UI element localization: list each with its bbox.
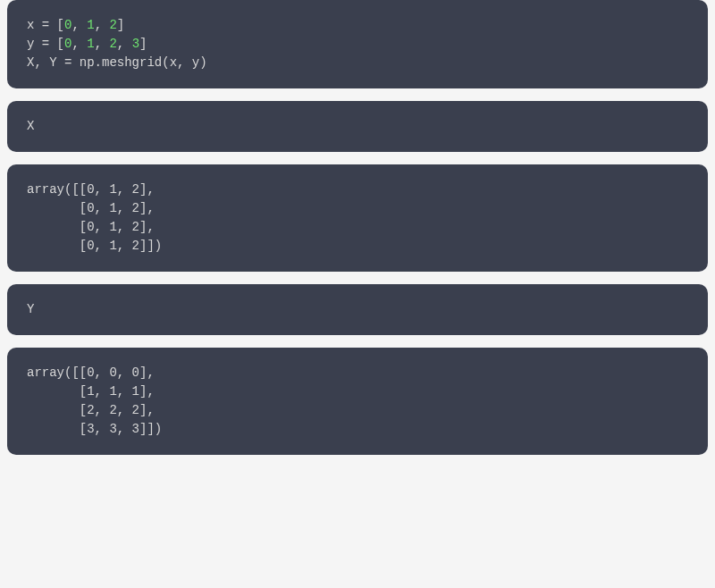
code-text: , [72, 18, 87, 32]
output-line: array([[0, 0, 0], [27, 364, 688, 382]
code-text: , [117, 37, 132, 51]
output-block: array([[0, 1, 2], [0, 1, 2], [0, 1, 2], … [27, 181, 688, 256]
code-text: y = [ [27, 37, 64, 51]
output-line: [0, 1, 2], [27, 199, 688, 218]
code-line: X [27, 117, 688, 136]
output-line: [1, 1, 1], [27, 382, 688, 401]
code-text: ] [117, 18, 124, 32]
output-line: [2, 2, 2], [27, 401, 688, 420]
code-line: x = [0, 1, 2] [27, 16, 688, 35]
output-line: [0, 1, 2]]) [27, 237, 688, 256]
code-text: , [72, 37, 87, 51]
number-literal: 1 [87, 18, 94, 32]
output-line: [3, 3, 3]]) [27, 420, 688, 439]
output-line: [0, 1, 2], [27, 218, 688, 237]
code-line: y = [0, 1, 2, 3] [27, 35, 688, 54]
output-block: array([[0, 0, 0], [1, 1, 1], [2, 2, 2], … [27, 364, 688, 439]
output-line: array([[0, 1, 2], [27, 181, 688, 199]
code-block: Y [27, 300, 688, 319]
code-text: , [95, 18, 110, 32]
code-cell-output-2: array([[0, 0, 0], [1, 1, 1], [2, 2, 2], … [7, 348, 708, 455]
code-block: X [27, 117, 688, 136]
number-literal: 2 [109, 18, 116, 32]
code-cell-output-1: array([[0, 1, 2], [0, 1, 2], [0, 1, 2], … [7, 164, 708, 272]
number-literal: 2 [109, 37, 116, 51]
code-cell-input-3: Y [7, 284, 708, 335]
number-literal: 3 [132, 37, 139, 51]
code-text: , [95, 37, 110, 51]
code-line: Y [27, 300, 688, 319]
code-text: ] [139, 37, 147, 51]
code-block: x = [0, 1, 2]y = [0, 1, 2, 3]X, Y = np.m… [27, 16, 688, 72]
code-cell-input-1: x = [0, 1, 2]y = [0, 1, 2, 3]X, Y = np.m… [7, 0, 708, 88]
code-text: x = [ [27, 18, 64, 32]
code-line: X, Y = np.meshgrid(x, y) [27, 54, 688, 72]
code-cell-input-2: X [7, 101, 708, 152]
number-literal: 1 [87, 37, 94, 51]
